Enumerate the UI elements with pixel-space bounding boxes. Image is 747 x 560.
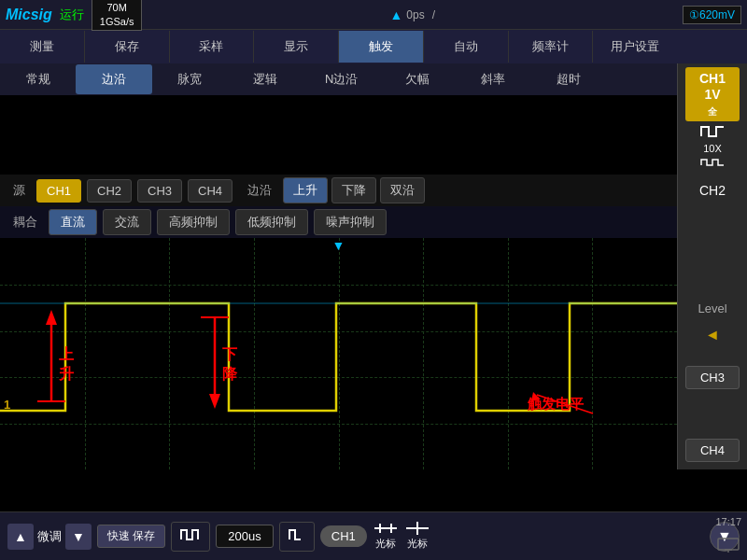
wave-icon2 [699, 156, 726, 171]
timebase-value: 70M [100, 1, 134, 14]
annotation-up: 上升 [23, 308, 79, 414]
coupling-label: 耦合 [7, 214, 43, 231]
ch2-label: CH2 [699, 183, 726, 198]
quick-save-btn[interactable]: 快速 保存 [97, 525, 165, 549]
timebase-box[interactable]: 70M 1GSa/s [92, 0, 143, 31]
sub-logic[interactable]: 逻辑 [228, 64, 303, 94]
trigger-pos-value: 0ps [406, 8, 424, 21]
edge-both-btn[interactable]: 双沿 [380, 177, 425, 203]
edge-fall-btn[interactable]: 下降 [331, 177, 376, 203]
source-label: 源 [7, 182, 31, 199]
ch4-source-btn[interactable]: CH4 [188, 179, 233, 203]
edge-rise-btn[interactable]: 上升 [283, 177, 328, 203]
svg-marker-5 [209, 394, 220, 409]
voltage-info: ①620mV [683, 6, 741, 24]
timebase-bottom-val: 200us [216, 525, 273, 548]
ch3-right-btn[interactable]: CH3 [685, 366, 740, 389]
sub-underamp[interactable]: 欠幅 [379, 64, 455, 94]
menu-trigger[interactable]: 触发 [339, 31, 424, 63]
annotation-down: 下降 [187, 308, 243, 414]
right-panel-level [677, 206, 747, 238]
coup-lf-btn[interactable]: 低频抑制 [235, 209, 308, 235]
menu-sample[interactable]: 采样 [170, 31, 255, 63]
waveform-area: ▼ 1 上升 [0, 238, 677, 469]
ch1-scale: 1V [704, 87, 720, 102]
edge-label: 边沿 [247, 182, 272, 199]
slash-sep: / [432, 8, 435, 21]
sub-timeout[interactable]: 超时 [531, 64, 607, 94]
ch1-source-btn[interactable]: CH1 [36, 179, 81, 203]
top-bar: Micsig 运行 70M 1GSa/s ▲ 0ps / ①620mV [0, 0, 747, 30]
menu-row2-container: 常规 边沿 脉宽 逻辑 N边沿 欠幅 斜率 超时 CH1 1V 全 10X [0, 63, 747, 175]
screen-icon [717, 538, 740, 556]
up-label: 上升 [59, 345, 79, 385]
sub-nedge[interactable]: N边沿 [303, 64, 379, 94]
ch1-bottom-btn[interactable]: CH1 [320, 525, 367, 547]
trigger-arrow-line [528, 390, 602, 418]
cursor2-group[interactable]: 光标 [404, 522, 430, 551]
menu-display[interactable]: 显示 [254, 31, 339, 63]
svg-line-7 [537, 395, 593, 413]
coupling-row-container: 耦合 直流 交流 高频抑制 低频抑制 噪声抑制 [0, 206, 747, 238]
trigger-position: ▲ 0ps / [149, 7, 674, 22]
ch1-badge[interactable]: CH1 1V 全 [685, 67, 740, 121]
probe-icon [699, 123, 726, 143]
fine-up-btn[interactable]: ▲ [7, 524, 34, 550]
sub-normal[interactable]: 常规 [0, 64, 76, 94]
ch3-source-btn[interactable]: CH3 [137, 179, 182, 203]
right-panel-ch2[interactable]: CH2 [677, 175, 747, 206]
svg-rect-14 [718, 539, 739, 550]
waveform-svg [0, 238, 677, 469]
source-bar: 源 CH1 CH2 CH3 CH4 边沿 上升 下降 双沿 [0, 175, 677, 206]
logo: Micsig [6, 7, 52, 23]
menu-bar2: 常规 边沿 脉宽 逻辑 N边沿 欠幅 斜率 超时 [0, 63, 677, 95]
svg-marker-8 [531, 392, 541, 401]
coup-dc-btn[interactable]: 直流 [49, 209, 97, 235]
edge-group: 上升 下降 双沿 [283, 177, 425, 203]
menu-measure[interactable]: 测量 [0, 31, 85, 63]
ch1-full: 全 [708, 106, 717, 117]
coup-noise-btn[interactable]: 噪声抑制 [314, 209, 387, 235]
cursor1-label: 光标 [375, 537, 396, 551]
bottom-bar: ▲ 微调 ▼ 快速 保存 200us CH1 光标 光标 ▼ 17:17 [0, 511, 747, 560]
menu-user-settings[interactable]: 用户设置 [593, 31, 677, 63]
level-arrow-icon: ◄ [705, 327, 720, 343]
level-label: Level [698, 301, 726, 315]
coupling-bar: 耦合 直流 交流 高频抑制 低频抑制 噪声抑制 [0, 206, 677, 238]
menu-bar1: 测量 保存 采样 显示 触发 自动 频率计 用户设置 [0, 30, 747, 63]
sample-rate: 1GSa/s [100, 15, 134, 28]
fine-tune-group: ▲ 微调 ▼ [7, 524, 92, 550]
ch1-badge-label: CH1 [699, 71, 726, 86]
main-area: ▼ 1 上升 [0, 238, 747, 469]
right-panel-waveform: Level ◄ CH3 CH4 [677, 238, 747, 469]
trigger-pos-arrow: ▲ [389, 7, 402, 22]
sub-edge[interactable]: 边沿 [76, 64, 151, 94]
time-display: 17:17 [715, 516, 741, 527]
ch2-source-btn[interactable]: CH2 [87, 179, 132, 203]
sub-slope[interactable]: 斜率 [456, 64, 531, 94]
svg-marker-2 [46, 310, 57, 325]
coup-ac-btn[interactable]: 交流 [103, 209, 151, 235]
fine-label: 微调 [37, 528, 62, 545]
probe-10x: 10X [703, 143, 722, 154]
menu-freq[interactable]: 频率计 [509, 31, 594, 63]
coup-hf-btn[interactable]: 高频抑制 [157, 209, 230, 235]
menu-save[interactable]: 保存 [85, 31, 170, 63]
wave-left-btn[interactable] [171, 522, 210, 552]
wave-right-btn[interactable] [279, 522, 315, 552]
menu-auto[interactable]: 自动 [424, 31, 509, 63]
right-panel-top: CH1 1V 全 10X [677, 63, 747, 175]
sub-pulse[interactable]: 脉宽 [152, 64, 228, 94]
run-status: 运行 [60, 7, 84, 23]
ch1-waveform-marker: 1 [4, 398, 10, 412]
ch4-right-btn[interactable]: CH4 [685, 439, 740, 462]
down-label: 下降 [222, 345, 243, 385]
source-row-container: 源 CH1 CH2 CH3 CH4 边沿 上升 下降 双沿 CH2 [0, 175, 747, 206]
cursor1-group[interactable]: 光标 [373, 522, 399, 551]
cursor2-label: 光标 [407, 537, 428, 551]
fine-down-btn[interactable]: ▼ [65, 524, 92, 550]
